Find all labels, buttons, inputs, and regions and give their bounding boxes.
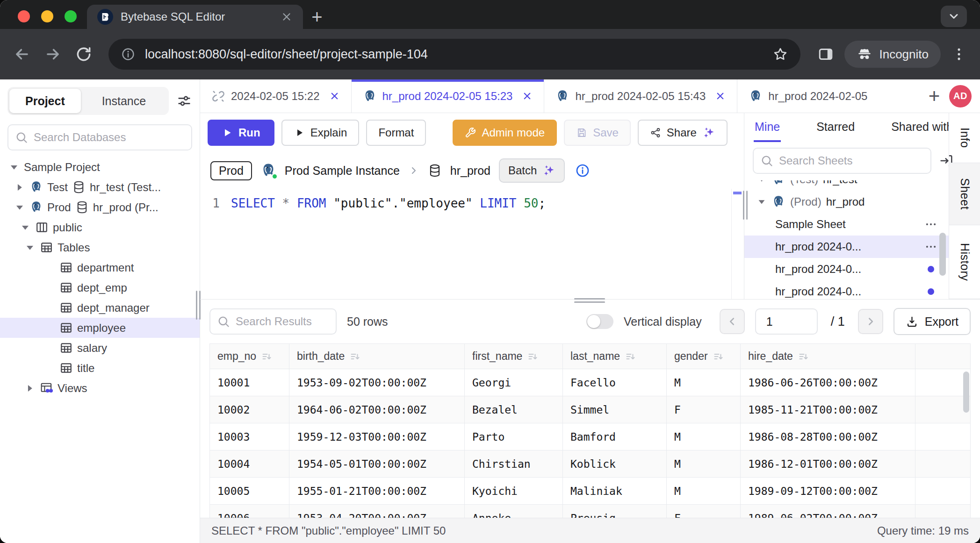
bookmark-star-icon[interactable] bbox=[772, 46, 788, 62]
results-search[interactable] bbox=[209, 308, 337, 335]
close-window-button[interactable] bbox=[18, 10, 30, 22]
tree-item[interactable]: employee bbox=[0, 318, 200, 338]
table-row[interactable]: 100011953-09-02T00:00:00ZGeorgiFacelloM1… bbox=[210, 369, 971, 396]
rail-tab-sheet[interactable]: Sheet bbox=[949, 163, 980, 225]
table-cell[interactable]: 1953-04-20T00:00:00Z bbox=[289, 505, 465, 518]
table-cell[interactable]: Maliniak bbox=[563, 478, 667, 505]
close-tab-icon[interactable] bbox=[329, 91, 340, 101]
table-cell[interactable]: Bezalel bbox=[465, 396, 563, 423]
close-tab-icon[interactable] bbox=[715, 91, 726, 101]
tab-overview-button[interactable] bbox=[941, 6, 967, 27]
editor-minimap[interactable] bbox=[731, 189, 744, 299]
tab-shared-with-me[interactable]: Shared with me bbox=[890, 113, 949, 142]
table-cell[interactable]: 10004 bbox=[210, 450, 289, 478]
sort-icon[interactable] bbox=[798, 351, 809, 362]
back-icon[interactable] bbox=[13, 45, 31, 63]
sheet-item[interactable]: Sample Sheet bbox=[744, 213, 949, 236]
next-page-button[interactable] bbox=[858, 309, 883, 334]
table-cell[interactable]: 10005 bbox=[210, 478, 289, 505]
table-cell[interactable]: Bamford bbox=[563, 423, 667, 450]
table-cell[interactable]: 1959-12-03T00:00:00Z bbox=[289, 423, 465, 450]
sort-icon[interactable] bbox=[349, 351, 360, 362]
side-panel-icon[interactable] bbox=[817, 46, 834, 63]
explain-button[interactable]: Explain bbox=[281, 120, 360, 146]
table-row[interactable]: 100061953-04-20T00:00:00ZAnnekePreusigF1… bbox=[210, 505, 971, 518]
user-avatar[interactable]: AD bbox=[949, 85, 972, 107]
sheet-menu-icon[interactable] bbox=[924, 240, 937, 253]
sheet-item[interactable]: hr_prod 2024-0... bbox=[744, 280, 949, 299]
table-cell[interactable]: F bbox=[667, 505, 741, 518]
info-icon[interactable] bbox=[575, 163, 590, 178]
page-number-input[interactable] bbox=[755, 308, 818, 335]
tab-starred[interactable]: Starred bbox=[815, 113, 856, 142]
sql-code[interactable]: SELECT * FROM "public"."employee" LIMIT … bbox=[231, 193, 546, 299]
rail-tab-history[interactable]: History bbox=[949, 225, 980, 299]
tree-item[interactable]: Tables bbox=[0, 237, 200, 257]
table-cell[interactable]: Koblick bbox=[563, 450, 667, 478]
results-scrollbar[interactable] bbox=[963, 372, 969, 413]
sheet-menu-icon[interactable] bbox=[924, 218, 937, 231]
vertical-display-toggle[interactable] bbox=[586, 314, 613, 329]
sheet-item[interactable]: hr_prod 2024-0... bbox=[744, 258, 949, 280]
batch-button[interactable]: Batch bbox=[499, 158, 565, 183]
table-cell[interactable]: 1986-06-26T00:00:00Z bbox=[741, 369, 915, 396]
editor-tab[interactable]: hr_prod 2024-02-05 15:43 bbox=[544, 79, 737, 113]
sort-icon[interactable] bbox=[527, 351, 538, 362]
table-cell[interactable]: Anneke bbox=[465, 505, 563, 518]
table-cell[interactable]: Chirstian bbox=[465, 450, 563, 478]
results-search-input[interactable] bbox=[236, 315, 329, 328]
url-bar[interactable]: localhost:8080/sql-editor/sheet/project-… bbox=[108, 39, 800, 70]
fullscreen-window-button[interactable] bbox=[65, 10, 77, 22]
table-cell[interactable]: 10001 bbox=[210, 369, 289, 396]
close-tab-icon[interactable] bbox=[522, 91, 533, 101]
table-cell[interactable]: 1954-05-01T00:00:00Z bbox=[289, 450, 465, 478]
database-name[interactable]: hr_prod bbox=[450, 164, 490, 178]
browser-menu-icon[interactable] bbox=[951, 46, 967, 62]
tree-item[interactable]: Prodhr_prod (Pr... bbox=[0, 197, 200, 217]
table-cell[interactable]: Facello bbox=[563, 369, 667, 396]
column-header[interactable]: emp_no bbox=[210, 344, 289, 369]
run-button[interactable]: Run bbox=[208, 120, 274, 146]
tree-item[interactable]: department bbox=[0, 257, 200, 278]
table-row[interactable]: 100051955-01-21T00:00:00ZKyoichiMaliniak… bbox=[210, 478, 971, 505]
table-row[interactable]: 100021964-06-02T00:00:00ZBezalelSimmelF1… bbox=[210, 396, 971, 423]
table-row[interactable]: 100041954-05-01T00:00:00ZChirstianKoblic… bbox=[210, 450, 971, 478]
table-cell[interactable]: 1989-06-02T00:00:00Z bbox=[741, 505, 915, 518]
database-search-input[interactable] bbox=[34, 131, 185, 144]
share-button[interactable]: Share bbox=[638, 120, 728, 146]
tree-item[interactable]: Sample Project bbox=[0, 157, 200, 177]
sort-icon[interactable] bbox=[261, 351, 272, 362]
table-cell[interactable]: M bbox=[667, 478, 741, 505]
editor-tab[interactable]: hr_prod 2024-02-05 15:23 bbox=[352, 79, 545, 113]
table-cell[interactable]: 10006 bbox=[210, 505, 289, 518]
table-cell[interactable]: 1964-06-02T00:00:00Z bbox=[289, 396, 465, 423]
table-cell[interactable]: 10003 bbox=[210, 423, 289, 450]
results-resize-handle[interactable] bbox=[574, 296, 605, 305]
sheet-search[interactable] bbox=[753, 148, 931, 174]
column-header[interactable]: hire_date bbox=[741, 344, 915, 369]
tree-item[interactable]: title bbox=[0, 358, 200, 378]
rail-tab-info[interactable]: Info bbox=[949, 113, 980, 163]
tree-item[interactable]: dept_emp bbox=[0, 278, 200, 298]
filter-settings-icon[interactable] bbox=[176, 93, 192, 109]
table-cell[interactable]: F bbox=[667, 396, 741, 423]
column-header[interactable]: first_name bbox=[465, 344, 563, 369]
table-row[interactable]: 100031959-12-03T00:00:00ZPartoBamfordM19… bbox=[210, 423, 971, 450]
table-cell[interactable]: Kyoichi bbox=[465, 478, 563, 505]
admin-mode-button[interactable]: Admin mode bbox=[453, 120, 557, 146]
table-cell[interactable]: 1985-11-21T00:00:00Z bbox=[741, 396, 915, 423]
editor-tab[interactable]: 2024-02-05 15:22 bbox=[200, 79, 352, 113]
sql-editor[interactable]: 1 SELECT * FROM "public"."employee" LIMI… bbox=[200, 189, 744, 299]
tree-item[interactable]: Views bbox=[0, 378, 200, 398]
sheet-search-input[interactable] bbox=[779, 154, 924, 167]
table-cell[interactable]: M bbox=[667, 450, 741, 478]
column-header[interactable]: gender bbox=[667, 344, 741, 369]
sheet-group[interactable]: (Test)hr_test bbox=[744, 180, 949, 191]
database-search[interactable] bbox=[7, 124, 192, 150]
table-cell[interactable]: 1986-12-01T00:00:00Z bbox=[741, 450, 915, 478]
forward-icon[interactable] bbox=[44, 45, 62, 63]
column-header[interactable]: last_name bbox=[563, 344, 667, 369]
table-cell[interactable]: M bbox=[667, 369, 741, 396]
sheet-group[interactable]: (Prod)hr_prod bbox=[744, 191, 949, 213]
export-button[interactable]: Export bbox=[894, 308, 971, 335]
